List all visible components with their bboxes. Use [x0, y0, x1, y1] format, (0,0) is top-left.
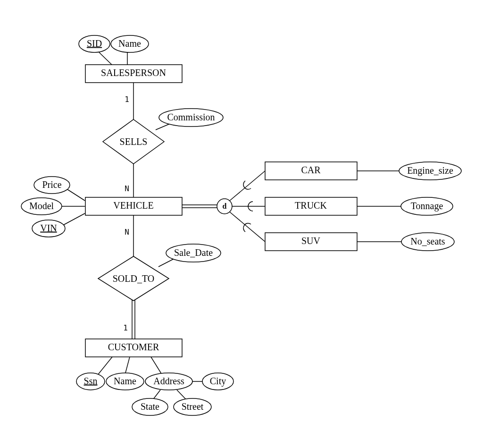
attr-commission-label: Commission	[167, 112, 215, 122]
attr-tonnage: Tonnage	[401, 197, 453, 215]
attr-engine-size-label: Engine_size	[407, 165, 453, 176]
entity-truck-label: TRUCK	[295, 200, 327, 211]
attr-address: Address	[145, 373, 192, 390]
attr-sid: SID	[79, 35, 110, 52]
rel-soldto: SOLD_TO	[98, 256, 169, 301]
edge-vehicle-d	[182, 205, 217, 208]
edge-sid-salesperson	[97, 51, 112, 65]
attr-engine-size: Engine_size	[399, 162, 461, 180]
rel-sells: SELLS	[103, 119, 164, 164]
attr-sale-date: Sale_Date	[166, 244, 221, 262]
entity-vehicle-label: VEHICLE	[113, 200, 154, 211]
attr-sp-name-label: Name	[118, 38, 141, 49]
entity-truck: TRUCK	[265, 197, 357, 215]
attr-sp-name: Name	[111, 35, 149, 52]
attr-no-seats-label: No_seats	[410, 236, 445, 246]
entity-salesperson: SALESPERSON	[85, 65, 182, 83]
attr-state: State	[132, 398, 168, 415]
attr-commission: Commission	[159, 109, 223, 127]
edge-d-car	[230, 171, 265, 201]
subset-arc-suv	[243, 223, 251, 232]
entity-car-label: CAR	[301, 165, 321, 175]
attr-cust-name: Name	[106, 373, 144, 390]
entity-customer-label: CUSTOMER	[108, 342, 159, 352]
edge-d-suv	[230, 212, 265, 242]
attr-sid-label: SID	[87, 38, 102, 49]
entity-car: CAR	[265, 162, 357, 180]
attr-price-label: Price	[42, 179, 61, 190]
attr-vin-label: VIN	[40, 223, 57, 233]
entity-salesperson-label: SALESPERSON	[101, 68, 166, 78]
entity-customer: CUSTOMER	[85, 339, 182, 357]
edge-vin-vehicle	[60, 213, 85, 227]
attr-address-label: Address	[153, 376, 184, 386]
card-sells-bottom: N	[125, 184, 129, 193]
er-diagram: SALESPERSON VEHICLE CUSTOMER CAR TRUCK S…	[0, 0, 483, 448]
attr-street-label: Street	[182, 401, 204, 412]
attr-sale-date-label: Sale_Date	[174, 247, 213, 258]
edge-soldto-customer	[132, 300, 135, 339]
entity-vehicle: VEHICLE	[85, 197, 182, 215]
attr-ssn: Ssn	[76, 373, 105, 390]
attr-street: Street	[174, 398, 211, 415]
attr-tonnage-label: Tonnage	[411, 201, 443, 211]
attr-state-label: State	[141, 401, 159, 412]
attr-model: Model	[21, 198, 62, 215]
entity-suv-label: SUV	[301, 236, 321, 246]
attr-no-seats: No_seats	[401, 233, 454, 251]
attr-ssn-label: Ssn	[84, 376, 98, 386]
attr-model-label: Model	[29, 201, 54, 211]
subset-arc-car	[243, 181, 251, 189]
attr-vin: VIN	[32, 220, 65, 237]
rel-sells-label: SELLS	[120, 136, 148, 147]
rel-soldto-label: SOLD_TO	[113, 273, 155, 284]
specialization-d-label: d	[223, 202, 227, 210]
edge-price-vehicle	[67, 189, 85, 201]
attr-city: City	[202, 373, 233, 390]
attr-city-label: City	[210, 376, 226, 387]
card-soldto-top: N	[125, 228, 129, 237]
entity-suv: SUV	[265, 233, 357, 251]
card-sells-top: 1	[125, 95, 129, 104]
attr-cust-name-label: Name	[114, 376, 136, 386]
specialization-d: d	[217, 199, 232, 214]
card-soldto-bottom: 1	[123, 323, 128, 332]
attr-price: Price	[34, 177, 70, 194]
